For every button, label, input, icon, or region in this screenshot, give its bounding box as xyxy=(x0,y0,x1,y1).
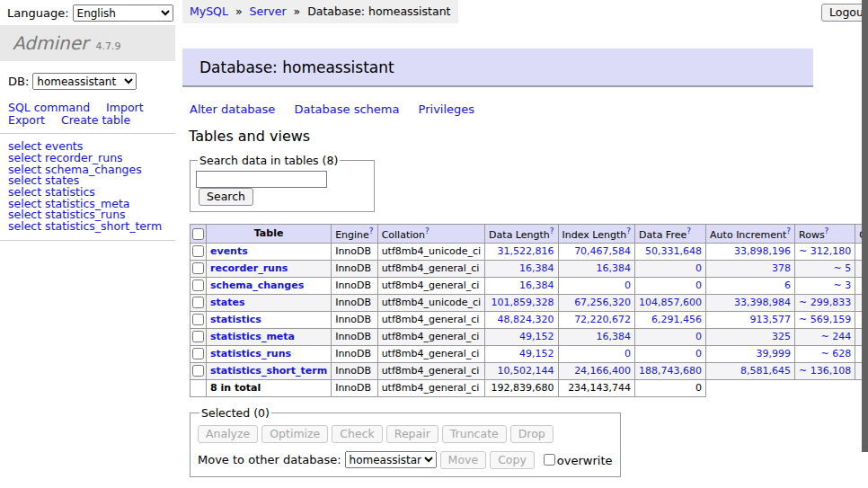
analyze-button[interactable]: Analyze xyxy=(198,425,258,443)
move-to-db-label: Move to other database: xyxy=(198,452,341,466)
row-checkbox[interactable] xyxy=(192,348,204,359)
selected-buttons: AnalyzeOptimizeCheckRepairTruncateDrop xyxy=(198,425,613,443)
db-selector-row: DB:homeassistant xyxy=(8,73,175,90)
column-header-label: Data Free xyxy=(639,229,686,241)
table-name-link[interactable]: recorder_runs xyxy=(210,262,288,274)
repair-button[interactable]: Repair xyxy=(386,425,438,443)
index-length-cell: 0 xyxy=(558,345,635,362)
move-db-select[interactable]: homeassistant xyxy=(345,451,437,468)
row-check-cell xyxy=(190,294,207,311)
table-name-cell: events xyxy=(207,243,332,260)
index-length-cell: 70,467,584 xyxy=(558,243,635,260)
table-name-cell: schema_changes xyxy=(207,277,332,294)
truncate-button[interactable]: Truncate xyxy=(442,425,507,443)
move-button[interactable]: Move xyxy=(440,451,487,469)
row-check-cell xyxy=(190,362,207,379)
column-header-engine: Engine? xyxy=(332,225,377,244)
column-header-table: Table xyxy=(207,225,332,244)
table-row: statistics_metaInnoDButf8mb4_general_ci4… xyxy=(190,328,868,345)
row-checkbox[interactable] xyxy=(192,245,204,257)
engine-cell: InnoDB xyxy=(332,328,377,345)
total-index-length-cell: 234,143,744 xyxy=(558,379,635,396)
total-engine-cell: InnoDB xyxy=(332,379,377,396)
breadcrumb-current: Database: homeassistant xyxy=(307,4,450,18)
engine-cell: InnoDB xyxy=(332,345,377,362)
table-name-cell: statistics_meta xyxy=(207,328,332,345)
breadcrumb: MySQL » Server » Database: homeassistant xyxy=(182,0,458,23)
collation-cell: utf8mb4_general_ci xyxy=(377,328,484,345)
search-input[interactable] xyxy=(196,171,327,188)
auto-increment-cell: 39,999 xyxy=(706,345,795,362)
breadcrumb-link-mysql[interactable]: MySQL xyxy=(190,4,228,18)
drop-button[interactable]: Drop xyxy=(510,425,554,443)
sidebar-link-sql-command[interactable]: SQL command xyxy=(8,101,90,114)
column-header-collation: Collation? xyxy=(377,225,484,244)
search-button[interactable]: Search xyxy=(199,188,253,206)
help-link[interactable]: ? xyxy=(626,226,631,235)
table-name-cell: statistics_short_term xyxy=(207,362,332,379)
row-check-cell xyxy=(190,260,207,277)
row-check-cell xyxy=(190,243,207,260)
help-link[interactable]: ? xyxy=(425,226,430,235)
table-name-link[interactable]: schema_changes xyxy=(210,279,304,291)
table-name-link[interactable]: events xyxy=(210,245,248,257)
engine-cell: InnoDB xyxy=(332,243,377,260)
row-checkbox[interactable] xyxy=(192,365,204,377)
column-header-data-free: Data Free? xyxy=(635,225,706,244)
table-name-link[interactable]: statistics_meta xyxy=(210,331,295,342)
sidebar-link-import[interactable]: Import xyxy=(106,101,144,114)
breadcrumb-link-server[interactable]: Server xyxy=(250,4,287,18)
help-link[interactable]: ? xyxy=(369,226,374,235)
copy-button[interactable]: Copy xyxy=(490,451,535,469)
help-link[interactable]: ? xyxy=(825,226,829,235)
auto-increment-cell: 8,581,645 xyxy=(706,362,795,379)
row-check-cell xyxy=(190,328,207,345)
privileges-link[interactable]: Privileges xyxy=(419,102,475,116)
table-name-link[interactable]: statistics xyxy=(210,314,261,325)
app-name: Adminer xyxy=(13,32,88,54)
alter-database-link[interactable]: Alter database xyxy=(190,102,275,116)
table-name-link[interactable]: states xyxy=(210,297,245,308)
row-checkbox[interactable] xyxy=(192,262,204,274)
app-version: 4.7.9 xyxy=(95,40,120,52)
overwrite-checkbox[interactable] xyxy=(544,454,555,466)
row-checkbox[interactable] xyxy=(192,279,204,291)
sidebar-actions: SQL command Import Export Create table xyxy=(8,102,175,126)
sidebar-link-create-table[interactable]: Create table xyxy=(61,113,130,127)
help-link[interactable]: ? xyxy=(550,226,554,235)
check-button[interactable]: Check xyxy=(332,425,382,443)
rows-cell: ~ 628 xyxy=(795,345,855,362)
total-data-free-cell: 0 xyxy=(635,379,706,396)
scrollbar-thumb[interactable] xyxy=(862,0,868,452)
collation-cell: utf8mb4_general_ci xyxy=(377,362,484,379)
select-all-checkbox[interactable] xyxy=(192,228,204,240)
db-select[interactable]: homeassistant xyxy=(32,73,137,90)
app-title: Adminer 4.7.9 xyxy=(0,25,175,61)
data-free-cell: 0 xyxy=(635,277,706,294)
help-link[interactable]: ? xyxy=(686,226,691,235)
column-header-label: Table xyxy=(254,227,284,239)
help-link[interactable]: ? xyxy=(786,226,791,235)
collation-cell: utf8mb4_general_ci xyxy=(377,311,484,328)
breadcrumb-separator: » xyxy=(235,4,243,18)
sidebar-link-export[interactable]: Export xyxy=(8,113,45,127)
table-name-link[interactable]: statistics_short_term xyxy=(210,365,327,377)
sidebar-item-select-statistics-short-term[interactable]: select statistics_short_term xyxy=(8,221,175,233)
search-legend: Search data in tables (8) xyxy=(198,154,340,167)
data-free-cell: 0 xyxy=(635,260,706,277)
total-row: 8 in totalInnoDButf8mb4_general_ci192,83… xyxy=(190,379,868,396)
column-header-label: Data Length xyxy=(489,229,550,241)
data-length-cell: 49,152 xyxy=(485,345,558,362)
rows-cell: ~ 299,833 xyxy=(795,294,855,311)
table-name-cell: statistics_runs xyxy=(207,345,332,362)
database-schema-link[interactable]: Database schema xyxy=(295,102,400,116)
row-checkbox[interactable] xyxy=(192,314,204,325)
optimize-button[interactable]: Optimize xyxy=(261,425,328,443)
row-checkbox[interactable] xyxy=(192,331,204,342)
index-length-cell: 0 xyxy=(558,277,635,294)
column-header-label: Auto Increment xyxy=(710,229,786,241)
row-checkbox[interactable] xyxy=(192,297,204,308)
data-free-cell: 0 xyxy=(635,328,706,345)
collation-cell: utf8mb4_general_ci xyxy=(377,260,484,277)
table-name-link[interactable]: statistics_runs xyxy=(210,348,291,359)
